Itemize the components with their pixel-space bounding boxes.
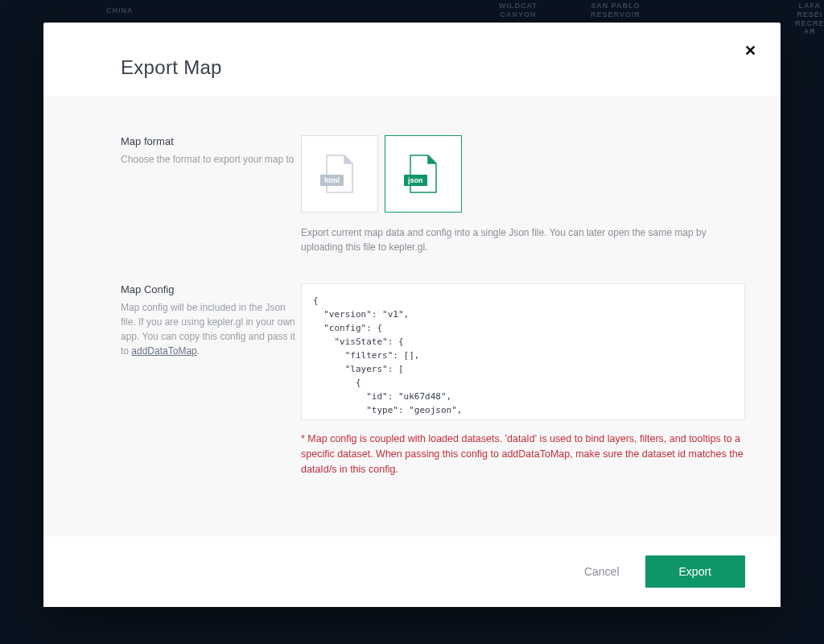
config-warning: * Map config is coupled with loaded data…: [301, 431, 745, 477]
section-heading: Map Config: [121, 283, 301, 295]
modal-body: Map format Choose the format to export y…: [43, 97, 781, 536]
map-label: WILDCAT CANYON: [499, 2, 538, 19]
section-subtext: Map config will be included in the Json …: [121, 300, 301, 358]
section-subtext: Choose the format to export your map to: [121, 152, 301, 167]
map-format-section: Map format Choose the format to export y…: [121, 135, 745, 254]
format-option-html[interactable]: html: [301, 135, 378, 213]
file-json-icon: json: [407, 154, 439, 194]
modal-header: Export Map ✕: [43, 23, 781, 97]
map-label: LAFA RESEI RECRE AR: [795, 2, 824, 36]
config-code-box[interactable]: { "version": "v1", "config": { "visState…: [301, 283, 745, 420]
add-data-to-map-link[interactable]: addDataToMap: [131, 345, 196, 357]
file-label-json: json: [404, 175, 427, 186]
format-description: Export current map data and config into …: [301, 225, 745, 254]
modal-footer: Cancel Export: [43, 536, 781, 607]
map-config-section: Map Config Map config will be included i…: [121, 283, 745, 477]
close-icon[interactable]: ✕: [744, 43, 756, 58]
section-heading: Map format: [121, 135, 301, 147]
format-options: html json: [301, 135, 745, 213]
file-html-icon: html: [323, 154, 356, 194]
map-label: SAN PABLO RESERVOIR: [591, 2, 641, 19]
modal-title: Export Map: [121, 56, 703, 79]
map-label: CHINA: [106, 6, 134, 15]
file-label-html: html: [320, 175, 344, 186]
cancel-button[interactable]: Cancel: [584, 565, 620, 578]
format-option-json[interactable]: json: [385, 135, 462, 213]
export-map-modal: Export Map ✕ Map format Choose the forma…: [43, 23, 781, 607]
export-button[interactable]: Export: [645, 555, 745, 588]
